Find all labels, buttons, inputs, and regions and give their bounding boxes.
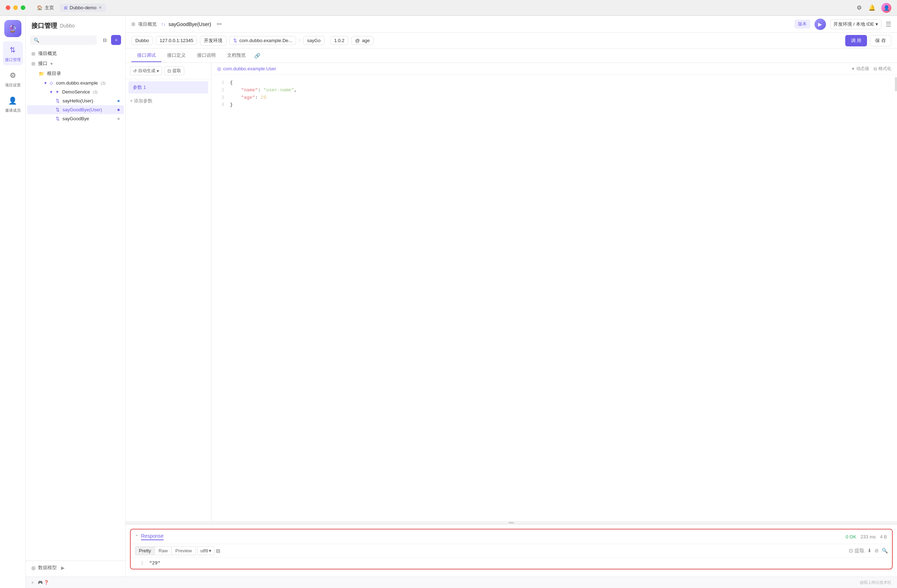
interface-root-arrow: ▾	[51, 61, 53, 66]
dynamic-icon: ✦	[851, 66, 855, 71]
topbar-breadcrumb-label: 项目概览	[138, 21, 157, 27]
encoding-value: utf8	[201, 548, 208, 553]
sidebar-actions: ⊟ ＋	[99, 35, 121, 45]
tab-home[interactable]: 🏠 主页	[32, 3, 58, 12]
interface-field[interactable]: ⇅ com.dubbo.example.De...	[229, 36, 296, 45]
tab-dubbo-demo[interactable]: ⊞ Dubbo-demo ✕	[60, 3, 106, 12]
tab-desc[interactable]: 接口说明	[191, 49, 221, 62]
tree-item-sayGoodBye[interactable]: ⇅ sayGoodBye	[27, 114, 124, 123]
maximize-button[interactable]	[21, 5, 25, 10]
footer: « 🎮 ❓ @陌上闲云技术社	[26, 577, 897, 588]
gear-icon[interactable]: ⚙	[856, 4, 863, 11]
code-line-4: 4 }	[217, 101, 891, 109]
copy-icon[interactable]: ⊘	[874, 548, 879, 554]
tree-item-sayGoodBye-user[interactable]: ⇅ sayGoodBye(User)	[27, 105, 124, 114]
sayGoodBye-user-api-icon: ⇅	[56, 107, 60, 112]
invoke-button[interactable]: 调 用	[845, 35, 867, 46]
collapse-sidebar-button[interactable]: «	[31, 580, 34, 585]
home-icon: 🏠	[37, 5, 43, 10]
bell-icon[interactable]: 🔔	[868, 4, 876, 11]
version-button[interactable]: 版本	[794, 20, 810, 29]
avatar[interactable]: 👤	[881, 3, 891, 13]
folder-icon: 📁	[38, 71, 44, 76]
interface-icon: ⇅	[7, 44, 18, 56]
share-link-icon[interactable]: 🔗	[254, 53, 260, 58]
search-resp-icon[interactable]: 🔍	[882, 548, 888, 554]
resp-tab-raw[interactable]: Raw	[155, 546, 172, 555]
response-toggle-icon[interactable]: ˅	[136, 534, 138, 539]
protocol-field: Dubbo	[132, 36, 153, 45]
menu-icon[interactable]: ☰	[886, 20, 891, 28]
demo-service-arrow: ▾	[50, 89, 52, 95]
topbar-more-icon[interactable]: •••	[217, 21, 222, 27]
resp-line-1: 1 "29"	[136, 561, 886, 566]
sidebar-item-data-model-label: 数据模型	[38, 564, 57, 571]
host-field[interactable]: 127.0.0.1:12345	[156, 36, 197, 45]
status-ok-label: 0 OK	[846, 534, 856, 539]
resize-handle[interactable]: •••	[126, 521, 897, 524]
tab-define[interactable]: 接口定义	[161, 49, 191, 62]
sidebar-tree: ⊞ 项目概览 ⊞ 接口 ▾ 📁 根目录 ▾ ◇ com.dubbo.exampl…	[26, 47, 126, 561]
tree-item-com-dubbo-label: com.dubbo.example	[56, 80, 98, 86]
demo-service-badge: (3)	[93, 90, 98, 94]
dynamic-value-button[interactable]: ✦ 动态值	[851, 66, 869, 72]
filter-button[interactable]: ⊟	[99, 35, 110, 45]
tree-item-demo-service[interactable]: ▾ ✦ DemoService (3)	[27, 87, 124, 96]
demo-service-icon: ✦	[55, 89, 59, 95]
footer-left: « 🎮 ❓	[31, 580, 49, 585]
extract-resp-button[interactable]: ⊡ 提取	[849, 548, 865, 554]
format-button[interactable]: ⊟ 格式化	[873, 66, 891, 72]
data-model-arrow: ▶	[61, 565, 64, 571]
method-value: sayGo	[307, 38, 321, 43]
sidebar-search-row: 🔍 ⊟ ＋	[26, 33, 126, 47]
topbar: ⊞ 项目概览 ↑↓ sayGoodBye(User) ••• 版本 ▶ 开发环境…	[126, 16, 897, 33]
diamond-icon: ◇	[50, 80, 53, 86]
encoding-chevron-icon: ▾	[209, 548, 211, 553]
scrollbar-handle[interactable]	[895, 77, 897, 91]
param-item-1[interactable]: 参数 1	[129, 81, 208, 93]
sayHello-api-icon: ⇅	[56, 98, 60, 104]
method-field[interactable]: sayGo	[303, 36, 325, 45]
tree-item-sayHello[interactable]: ⇅ sayHello(User)	[27, 96, 124, 105]
resp-tab-preview[interactable]: Preview	[172, 546, 196, 555]
auto-gen-chevron: ▾	[157, 69, 159, 73]
close-button[interactable]	[6, 5, 10, 10]
resp-tab-pretty[interactable]: Pretty	[135, 546, 155, 555]
sidebar-item-interface[interactable]: ⇅ 接口管理	[3, 41, 23, 65]
version-field[interactable]: 1.0.2	[330, 36, 349, 45]
sidebar-item-project[interactable]: ⚙ 项目设置	[3, 67, 23, 91]
tag-field[interactable]: @ age	[351, 36, 374, 45]
topbar-method-section: ↑↓ sayGoodBye(User)	[161, 21, 211, 27]
tree-item-sayHello-label: sayHello(User)	[63, 98, 93, 104]
auto-gen-button[interactable]: ↺ 自动生成 ▾	[130, 66, 162, 75]
version-value: 1.0.2	[334, 38, 344, 43]
add-button[interactable]: ＋	[111, 35, 121, 45]
resp-encoding-select[interactable]: utf8 ▾	[197, 546, 214, 555]
tab-doc-preview[interactable]: 文档预览	[221, 49, 251, 62]
dubbo-demo-icon: ⊞	[64, 5, 67, 10]
code-panel: ◎ com.dubbo.example.User ✦ 动态值 ⊟ 格式化	[211, 63, 897, 521]
tree-item-overview[interactable]: ⊞ 项目概览	[27, 49, 124, 58]
env-field[interactable]: 开发环境	[200, 36, 227, 46]
sidebar-item-invite[interactable]: 👤 邀请成员	[3, 92, 23, 116]
code-editor[interactable]: 1 { 2 "name": "user-name", 3 "age": 29	[211, 75, 897, 521]
download-icon[interactable]: ⬇	[867, 548, 872, 554]
overview-icon-topbar: ⊞	[132, 21, 135, 27]
env-button[interactable]: 开发环境 / 本地 IDE ▾	[830, 19, 881, 29]
sidebar-item-data-model[interactable]: ◎ 数据模型 ▶	[26, 561, 126, 574]
env-chevron-icon: ▾	[876, 21, 878, 27]
add-param-button[interactable]: + 添加参数	[126, 96, 211, 106]
tree-item-com-dubbo[interactable]: ▾ ◇ com.dubbo.example (3)	[27, 78, 124, 87]
tree-item-interface-root[interactable]: ⊞ 接口 ▾	[27, 58, 124, 69]
com-dubbo-arrow: ▾	[44, 80, 47, 86]
save-button[interactable]: 保 存	[870, 35, 891, 46]
filter-icon[interactable]: ⊟	[216, 548, 220, 554]
minimize-button[interactable]	[13, 5, 18, 10]
tab-test[interactable]: 接口调试	[132, 49, 161, 62]
sidebar-search[interactable]: 🔍	[30, 35, 97, 45]
tab-close-icon[interactable]: ✕	[98, 5, 102, 10]
auto-gen-label: 自动生成	[138, 68, 155, 74]
content-area: ↺ 自动生成 ▾ ⊡ 提取 参数 1 + 添加参数	[126, 63, 897, 588]
tree-item-root-dir[interactable]: 📁 根目录	[27, 69, 124, 78]
extract-button[interactable]: ⊡ 提取	[164, 66, 184, 75]
